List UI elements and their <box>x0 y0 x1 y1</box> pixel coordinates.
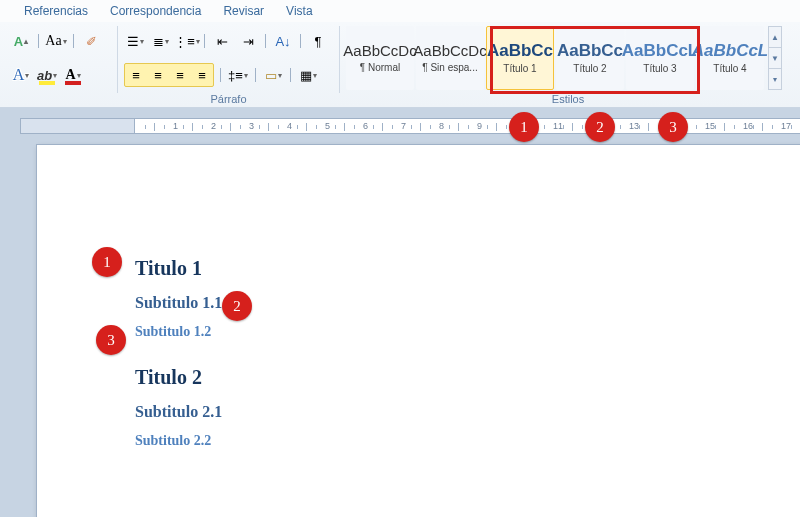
style-t-tulo-4[interactable]: AaBbCcLTítulo 4 <box>696 26 764 90</box>
ribbon-tabs: Referencias Correspondencia Revisar Vist… <box>0 0 800 22</box>
align-right-button[interactable]: ≡ <box>169 64 191 86</box>
doc-t2-4[interactable]: Subtitulo 2.1 <box>135 403 800 421</box>
doc-t3-2[interactable]: Subtitulo 1.2 <box>135 324 800 340</box>
annotation-badge-1-doc: 1 <box>92 247 122 277</box>
scroll-down-icon[interactable]: ▼ <box>769 48 781 69</box>
borders-button[interactable]: ▦▾ <box>297 64 319 86</box>
scroll-up-icon[interactable]: ▲ <box>769 27 781 48</box>
style-preview: AaBbCcDc <box>343 43 416 58</box>
group-paragraph-label: Párrafo <box>118 93 339 105</box>
align-center-button[interactable]: ≡ <box>147 64 169 86</box>
bullets-button[interactable]: ☰▾ <box>124 30 146 52</box>
align-left-button[interactable]: ≡ <box>125 64 147 86</box>
group-font: A▴ Aa▾ ✐ A▾ ab ▾ A ▾ <box>4 26 118 93</box>
styles-gallery-scroll[interactable]: ▲▼▾ <box>768 26 782 90</box>
tab-referencias[interactable]: Referencias <box>24 4 88 18</box>
font-color-button[interactable]: A ▾ <box>62 64 84 86</box>
style-preview: AaBbCcL <box>622 42 699 59</box>
annotation-badge-1-ribbon: 1 <box>509 112 539 142</box>
style-t-tulo-1[interactable]: AaBbCcTítulo 1 <box>486 26 554 90</box>
style-label: Título 4 <box>713 63 746 74</box>
clear-formatting-button[interactable]: ✐ <box>80 30 102 52</box>
decrease-indent-button[interactable]: ⇤ <box>211 30 233 52</box>
change-case-button[interactable]: Aa▾ <box>45 30 67 52</box>
tab-vista[interactable]: Vista <box>286 4 312 18</box>
sort-button[interactable]: A↓ <box>272 30 294 52</box>
style--normal[interactable]: AaBbCcDc¶ Normal <box>346 26 414 90</box>
text-effects-button[interactable]: A▾ <box>10 64 32 86</box>
annotation-badge-3-doc: 3 <box>96 325 126 355</box>
shading-button[interactable]: ▭▾ <box>262 64 284 86</box>
tab-revisar[interactable]: Revisar <box>223 4 264 18</box>
style-preview: AaBbCc <box>487 42 553 59</box>
group-styles-label: Estilos <box>340 93 796 105</box>
style-preview: AaBbCc <box>557 42 623 59</box>
group-paragraph: ☰▾ ≣▾ ⋮≡▾ ⇤ ⇥ A↓ ¶ ≡ ≡ ≡ ≡ ‡≡▾ ▭▾ <box>118 26 340 93</box>
ribbon: A▴ Aa▾ ✐ A▾ ab ▾ A ▾ ☰▾ ≣▾ ⋮≡▾ <box>0 22 800 108</box>
doc-t3-5[interactable]: Subtitulo 2.2 <box>135 433 800 449</box>
grow-font-button[interactable]: A▴ <box>10 30 32 52</box>
doc-t1-3[interactable]: Titulo 2 <box>135 366 800 389</box>
style-preview: AaBbCcDc <box>413 43 486 58</box>
numbering-button[interactable]: ≣▾ <box>150 30 172 52</box>
style-label: Título 3 <box>643 63 676 74</box>
style-label: Título 2 <box>573 63 606 74</box>
font-color-swatch <box>65 81 81 85</box>
annotation-badge-3-ribbon: 3 <box>658 112 688 142</box>
multilevel-button[interactable]: ⋮≡▾ <box>176 30 198 52</box>
style-label: Título 1 <box>503 63 536 74</box>
annotation-badge-2-ribbon: 2 <box>585 112 615 142</box>
style-label: ¶ Sin espa... <box>422 62 477 73</box>
increase-indent-button[interactable]: ⇥ <box>237 30 259 52</box>
style-t-tulo-2[interactable]: AaBbCcTítulo 2 <box>556 26 624 90</box>
style-preview: AaBbCcL <box>692 42 769 59</box>
alignment-group: ≡ ≡ ≡ ≡ <box>124 63 214 87</box>
justify-button[interactable]: ≡ <box>191 64 213 86</box>
doc-t1-0[interactable]: Titulo 1 <box>135 257 800 280</box>
document-page[interactable]: Titulo 1Subtitulo 1.1Subtitulo 1.2Titulo… <box>36 144 800 517</box>
show-marks-button[interactable]: ¶ <box>307 30 329 52</box>
highlight-color-swatch <box>39 81 55 85</box>
styles-gallery: AaBbCcDc¶ NormalAaBbCcDc¶ Sin espa...AaB… <box>346 26 782 90</box>
line-spacing-button[interactable]: ‡≡▾ <box>227 64 249 86</box>
tab-correspondencia[interactable]: Correspondencia <box>110 4 201 18</box>
annotation-badge-2-doc: 2 <box>222 291 252 321</box>
gallery-expand-icon[interactable]: ▾ <box>769 69 781 89</box>
style-label: ¶ Normal <box>360 62 400 73</box>
highlight-button[interactable]: ab ▾ <box>36 64 58 86</box>
style--sin-espa-[interactable]: AaBbCcDc¶ Sin espa... <box>416 26 484 90</box>
group-styles: AaBbCcDc¶ NormalAaBbCcDc¶ Sin espa...AaB… <box>340 26 796 93</box>
style-t-tulo-3[interactable]: AaBbCcLTítulo 3 <box>626 26 694 90</box>
